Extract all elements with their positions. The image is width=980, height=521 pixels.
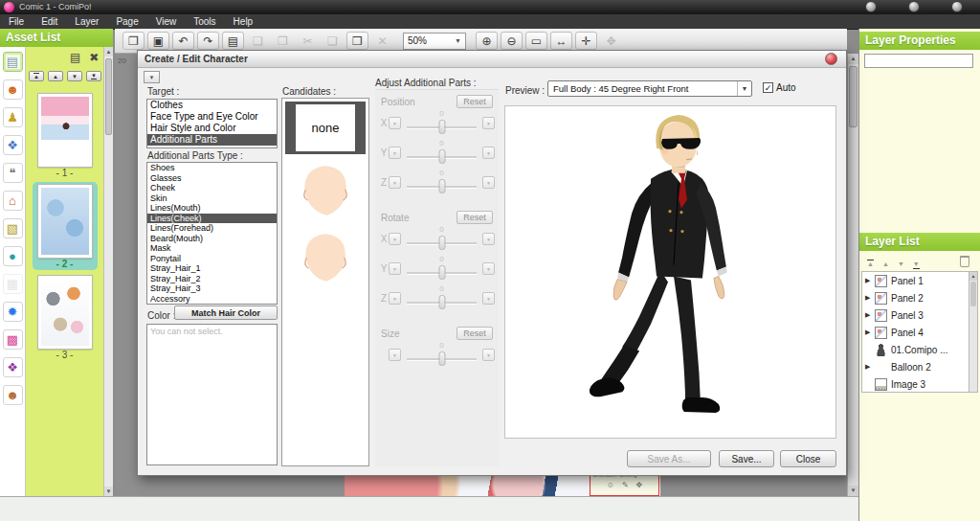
- item-category-icon[interactable]: ▧: [3, 218, 23, 238]
- target-item[interactable]: Clothes: [147, 100, 277, 111]
- 3d-object-category-icon[interactable]: ❖: [3, 135, 23, 155]
- spin-decrease-button[interactable]: ▼: [389, 292, 401, 305]
- maximize-button[interactable]: [908, 1, 920, 12]
- spin-decrease-button[interactable]: ▼: [389, 349, 401, 361]
- spin-increase-button[interactable]: ▼: [482, 262, 495, 275]
- layer-balloon-2[interactable]: ▶ Balloon 2: [862, 358, 969, 375]
- page-1-thumbnail[interactable]: - 1 -: [33, 91, 98, 179]
- menu-item[interactable]: Tools: [185, 14, 224, 29]
- save-button[interactable]: Save...: [719, 450, 774, 467]
- page-category-icon[interactable]: ▤: [3, 52, 23, 72]
- menu-item[interactable]: Page: [107, 14, 146, 29]
- scroll-up-icon[interactable]: ▲: [104, 47, 113, 57]
- print-icon[interactable]: ▤: [222, 32, 244, 50]
- paste-icon[interactable]: ❒: [346, 32, 368, 50]
- background-category-icon[interactable]: ⌂: [3, 191, 23, 211]
- pan-tool-icon[interactable]: ✥: [600, 32, 622, 50]
- parts-type-item[interactable]: Stray_Hair_2: [147, 274, 277, 284]
- parts-type-item[interactable]: Mask: [147, 243, 277, 254]
- undo-icon[interactable]: ↶: [172, 32, 194, 50]
- move-page-up-button[interactable]: ▲: [48, 71, 63, 81]
- parts-type-item[interactable]: Lines(Cheek): [147, 214, 277, 224]
- slider-thumb[interactable]: [438, 120, 445, 134]
- candidate-face-option-1[interactable]: [294, 162, 357, 221]
- spin-increase-button[interactable]: ▼: [482, 349, 495, 361]
- page-thumbnail[interactable]: [38, 276, 92, 349]
- spin-decrease-button[interactable]: ▼: [389, 233, 401, 245]
- spin-increase-button[interactable]: ▼: [482, 233, 495, 245]
- cut-icon[interactable]: ✂: [297, 32, 319, 50]
- target-item[interactable]: Face Type and Eye Color: [147, 111, 277, 123]
- zoom-tool-icon[interactable]: ✛: [575, 32, 597, 50]
- expander-icon[interactable]: ▶: [865, 311, 873, 319]
- character-edit-icon[interactable]: ✎: [622, 481, 629, 489]
- page-2-thumbnail[interactable]: - 2 -: [33, 182, 98, 270]
- layer-image-3[interactable]: ▶ Image 3: [862, 375, 969, 393]
- candidate-face-option-2[interactable]: [294, 229, 357, 288]
- menu-item[interactable]: Help: [225, 14, 262, 29]
- canvas-vertical-scrollbar[interactable]: ▲ ▼: [847, 54, 858, 496]
- page-thumbnail[interactable]: [38, 185, 92, 258]
- balloon-category-icon[interactable]: ❝: [3, 163, 23, 183]
- parts-type-item[interactable]: Shoes: [147, 163, 277, 173]
- slider-thumb[interactable]: [438, 351, 445, 366]
- page-thumbnail[interactable]: [38, 94, 92, 167]
- spin-decrease-button[interactable]: ▼: [389, 117, 401, 129]
- character-category-icon[interactable]: ♟: [3, 107, 23, 127]
- fit-width-icon[interactable]: ↔: [550, 32, 572, 50]
- move-page-down-button[interactable]: ▼: [67, 71, 82, 81]
- pattern-category-icon[interactable]: ▦: [3, 274, 23, 294]
- rotate-reset-button[interactable]: Reset: [457, 211, 493, 224]
- page-3-thumbnail[interactable]: - 3 -: [33, 273, 98, 361]
- scrollbar-thumb[interactable]: [970, 282, 976, 306]
- match-hair-color-button[interactable]: Match Hair Color: [174, 306, 278, 320]
- layer-move-up-icon[interactable]: ▲: [882, 253, 889, 270]
- menu-item[interactable]: File: [0, 14, 33, 29]
- delete-page-icon[interactable]: ✖: [89, 51, 99, 64]
- expander-icon[interactable]: ▶: [865, 294, 873, 302]
- scrollbar-thumb[interactable]: [105, 58, 112, 135]
- slider-thumb[interactable]: [438, 149, 445, 164]
- layer-panel-4[interactable]: ▶ Panel 4: [862, 324, 969, 341]
- scroll-up-icon[interactable]: ▲: [848, 54, 858, 64]
- size-reset-button[interactable]: Reset: [457, 327, 493, 340]
- copy-page-icon[interactable]: ❏: [247, 32, 269, 50]
- scrollbar-thumb[interactable]: [849, 66, 858, 127]
- slider-thumb[interactable]: [438, 179, 445, 193]
- expander-icon[interactable]: ▶: [865, 328, 873, 336]
- spin-decrease-button[interactable]: ▼: [389, 262, 401, 275]
- layer-move-down-icon[interactable]: ▼: [898, 253, 904, 270]
- layer-properties-field[interactable]: [864, 54, 973, 68]
- auto-checkbox[interactable]: ✓ Auto: [763, 82, 796, 93]
- spin-increase-button[interactable]: ▼: [482, 176, 495, 189]
- spin-decrease-button[interactable]: ▼: [389, 176, 401, 189]
- move-page-last-button[interactable]: ▼: [86, 71, 101, 81]
- spin-increase-button[interactable]: ▼: [482, 117, 495, 129]
- scroll-down-icon[interactable]: ▼: [104, 487, 113, 496]
- parts-type-item[interactable]: Cheek: [147, 183, 277, 193]
- slider-thumb[interactable]: [438, 236, 445, 250]
- scroll-down-icon[interactable]: ▼: [848, 486, 858, 496]
- close-window-button[interactable]: [951, 1, 963, 12]
- menu-item[interactable]: Layer: [66, 14, 107, 29]
- character-move-icon[interactable]: ✥: [636, 481, 643, 489]
- minimize-button[interactable]: [865, 1, 877, 12]
- menu-item[interactable]: View: [147, 14, 186, 29]
- layer-panel-2[interactable]: ▶ Panel 2: [862, 289, 969, 306]
- expander-icon[interactable]: ▶: [865, 363, 873, 371]
- parts-type-item[interactable]: Ponytail: [147, 254, 277, 264]
- zoom-out-icon[interactable]: ⊖: [501, 32, 523, 50]
- parts-type-item[interactable]: Glasses: [147, 173, 277, 184]
- parts-type-item[interactable]: Stray_Hair_3: [147, 283, 277, 294]
- target-item[interactable]: Additional Parts: [147, 134, 277, 146]
- fit-page-icon[interactable]: ▭: [525, 32, 547, 50]
- layer-delete-icon[interactable]: [960, 256, 969, 267]
- slider-thumb[interactable]: [438, 265, 445, 280]
- layer-move-bottom-icon[interactable]: ▼: [913, 253, 920, 270]
- new-page-icon[interactable]: ▤: [70, 51, 80, 64]
- effect-drop-category-icon[interactable]: ●: [3, 246, 23, 266]
- parts-type-item[interactable]: Stray_Hair_1: [147, 263, 277, 274]
- layer-panel-3[interactable]: ▶ Panel 3: [862, 306, 969, 324]
- character-dialog-category-icon[interactable]: ☻: [3, 79, 23, 100]
- layer-list-scrollbar[interactable]: ▲: [969, 271, 978, 393]
